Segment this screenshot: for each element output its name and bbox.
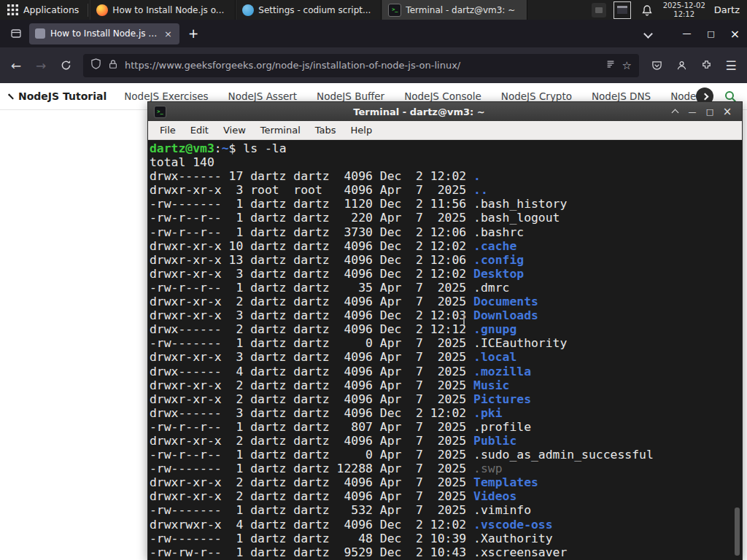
prompt-user: dartz@vm3 <box>150 141 214 155</box>
entry-details: -rw-r--r-- 1 dartz dartz 220 Apr 7 2025 <box>150 211 473 225</box>
terminal-menu-edit[interactable]: Edit <box>183 121 216 139</box>
lock-icon[interactable] <box>108 58 118 72</box>
taskbar-window-title: Settings - codium script... <box>258 5 371 15</box>
account-icon[interactable] <box>670 54 693 77</box>
terminal-titlebar[interactable]: >_ Terminal - dartz@vm3: ~ — □ × <box>148 102 742 121</box>
list-all-tabs-button[interactable] <box>637 20 659 47</box>
prompt-separator: : <box>214 141 222 155</box>
firefox-icon <box>96 4 108 16</box>
terminal-menu-file[interactable]: File <box>152 121 183 139</box>
site-nav-item[interactable]: NodeJS Crypto <box>501 90 572 102</box>
terminal-entry-line: drwxr-xr-x 3 dartz dartz 4096 Apr 7 2025… <box>150 350 742 364</box>
terminal-close-button[interactable]: × <box>719 102 736 121</box>
entry-name: .mozilla <box>473 365 531 378</box>
terminal-entry-line: drwxr-xr-x 13 dartz dartz 4096 Dec 2 12:… <box>150 253 742 267</box>
url-text[interactable]: https://www.geeksforgeeks.org/node-js/in… <box>125 60 599 71</box>
applications-grid-icon <box>7 4 18 15</box>
terminal-maximize-button[interactable]: □ <box>701 102 719 121</box>
site-nav-item[interactable]: NodeJS Buffer <box>317 90 384 102</box>
entry-name: .ICEauthority <box>473 336 567 350</box>
entry-details: drwx------ 2 dartz dartz 4096 Dec 2 12:1… <box>150 322 473 336</box>
notifications-bell-icon[interactable] <box>641 4 653 16</box>
desktop: Applications How to Install Node.js o...… <box>0 0 747 560</box>
site-nav-back-label[interactable]: NodeJS Tutorial <box>18 90 107 102</box>
entry-details: -rw------- 1 dartz dartz 1120 Dec 2 11:5… <box>150 197 473 211</box>
entry-name: .xscreensaver <box>473 545 567 559</box>
entry-name: .swp <box>473 462 502 475</box>
terminal-minimize-button[interactable]: — <box>684 102 701 121</box>
site-nav-items: NodeJS ExercisesNodeJS AssertNodeJS Buff… <box>124 90 696 102</box>
entry-name: Downloads <box>473 308 538 322</box>
reader-view-icon[interactable] <box>605 58 616 72</box>
tracking-shield-icon[interactable] <box>90 58 101 72</box>
site-nav-item[interactable]: NodeJS Exercises <box>124 90 208 102</box>
chevron-up-icon <box>671 109 678 117</box>
entry-details: drwxr-xr-x 3 dartz dartz 4096 Dec 2 12:0… <box>150 308 473 322</box>
entry-name: .vscode-oss <box>473 518 553 532</box>
terminal-entry-line: -rw-rw-r-- 1 dartz dartz 9529 Dec 2 10:4… <box>150 545 742 559</box>
clock-time: 12:12 <box>663 10 705 19</box>
entry-name: .cache <box>473 239 516 253</box>
extensions-puzzle-icon[interactable] <box>694 54 718 77</box>
terminal-scrollbar-thumb[interactable] <box>735 508 740 556</box>
site-nav-item[interactable]: NodeJS Console <box>404 90 481 102</box>
entry-details: -rw-r--r-- 1 dartz dartz 0 Apr 7 2025 <box>150 448 473 462</box>
site-nav-item[interactable]: NodeJS Assert <box>228 90 298 102</box>
taskbar-window-button[interactable]: Settings - codium script... <box>236 0 382 20</box>
url-bar[interactable]: https://www.geeksforgeeks.org/node-js/in… <box>83 54 639 77</box>
terminal-entry-line: -rw-r--r-- 1 dartz dartz 0 Apr 7 2025 .s… <box>150 448 742 462</box>
tab-close-button[interactable]: × <box>163 28 174 39</box>
applications-menu-button[interactable]: Applications <box>0 0 86 20</box>
tray-icon[interactable] <box>592 3 606 18</box>
terminal-menu-terminal[interactable]: Terminal <box>253 121 308 139</box>
search-icon[interactable] <box>724 90 737 103</box>
site-nav-item[interactable]: Node <box>670 90 696 102</box>
pocket-icon[interactable] <box>645 54 668 77</box>
entry-details: -rw-r--r-- 1 dartz dartz 35 Apr 7 2025 <box>150 281 473 295</box>
terminal-entry-line: -rw------- 1 dartz dartz 0 Apr 7 2025 .I… <box>150 336 742 350</box>
taskbar-window-title: Terminal - dartz@vm3: ~ <box>406 5 515 15</box>
entry-name: Documents <box>473 295 538 308</box>
site-nav-item[interactable]: NodeJS DNS <box>592 90 651 102</box>
entry-name: .Xauthority <box>473 532 553 545</box>
tray-icon-glyph <box>595 7 603 13</box>
clock-date: 2025-12-02 <box>663 1 705 10</box>
terminal-entry-line: drwx------ 2 dartz dartz 4096 Dec 2 12:1… <box>150 322 742 336</box>
chevron-down-icon <box>643 29 653 39</box>
entry-name: Public <box>473 434 516 448</box>
system-tray <box>592 1 631 19</box>
taskbar-clock[interactable]: 2025-12-02 12:12 <box>663 1 705 19</box>
browser-close-button[interactable]: × <box>723 20 747 47</box>
tray-icon-focused-window[interactable] <box>614 1 631 19</box>
taskbar-window-button[interactable]: >_Terminal - dartz@vm3: ~ <box>382 0 527 20</box>
terminal-entry-line: drwxr-xr-x 2 dartz dartz 4096 Apr 7 2025… <box>150 392 742 406</box>
chevron-left-icon[interactable] <box>8 93 14 99</box>
entry-name: .config <box>473 253 524 267</box>
taskbar-separator <box>88 4 88 17</box>
back-button[interactable]: ← <box>4 54 28 77</box>
browser-minimize-button[interactable]: — <box>675 20 699 47</box>
entry-name: .viminfo <box>473 503 531 517</box>
browser-maximize-button[interactable]: □ <box>699 20 723 47</box>
reload-button[interactable] <box>54 54 77 77</box>
terminal-window-title: Terminal - dartz@vm3: ~ <box>172 106 666 117</box>
terminal-output[interactable]: dartz@vm3:~$ ls -latotal 140drwx------ 1… <box>148 140 742 560</box>
new-tab-button[interactable]: + <box>184 24 203 43</box>
bookmark-star-icon[interactable]: ☆ <box>622 59 632 72</box>
taskbar-window-button[interactable]: How to Install Node.js o... <box>90 0 236 20</box>
terminal-entry-line: drwxr-xr-x 2 dartz dartz 4096 Apr 7 2025… <box>150 475 742 489</box>
entry-name: .gnupg <box>473 322 516 336</box>
terminal-menu-tabs[interactable]: Tabs <box>308 121 344 139</box>
terminal-shade-button[interactable] <box>666 102 684 121</box>
menu-hamburger-icon[interactable]: ☰ <box>719 54 743 77</box>
entry-details: drwxr-xr-x 2 dartz dartz 4096 Apr 7 2025 <box>150 392 473 406</box>
terminal-menu-help[interactable]: Help <box>344 121 380 139</box>
entry-name: Templates <box>473 475 538 489</box>
browser-tab[interactable]: How to Install Node.js on... × <box>29 23 179 44</box>
terminal-menu-view[interactable]: View <box>216 121 253 139</box>
taskbar-user-label[interactable]: Dartz <box>714 4 740 15</box>
entry-details: drwxr-xr-x 2 dartz dartz 4096 Apr 7 2025 <box>150 489 473 503</box>
entry-name: .bashrc <box>473 225 524 239</box>
firefox-view-icon[interactable] <box>6 23 26 44</box>
forward-button[interactable]: → <box>29 54 53 77</box>
